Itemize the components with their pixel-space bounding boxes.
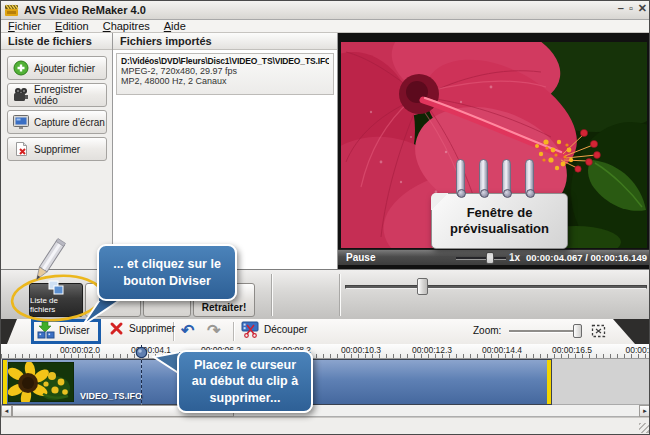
menu-aide[interactable]: Aide [164, 20, 186, 32]
preview-note: Fenêtre de prévisualisation [431, 193, 568, 249]
screen-capture-button[interactable]: Capture d'écran [7, 110, 107, 134]
toolbar-separator [233, 322, 235, 341]
preview-panel: Fenêtre de prévisualisation Pause 1x 00:… [338, 33, 650, 269]
window-title: AVS Video ReMaker 4.0 [24, 4, 146, 16]
title-bar[interactable]: AVS Video ReMaker 4.0 – ▫ ✕ [1, 1, 650, 20]
file-video-info: MPEG-2, 720x480, 29.97 fps [121, 66, 329, 76]
status-strip [1, 417, 650, 435]
imported-files-title: Fichiers importés [113, 33, 337, 50]
callout-place-cursor: Placez le curseur au début du clip à sup… [177, 350, 313, 413]
file-list-tab-label: Liste de fichiers [30, 296, 82, 314]
screen-capture-label: Capture d'écran [34, 117, 105, 128]
divide-label: Diviser [59, 325, 90, 336]
scroll-right-button[interactable]: ► [639, 405, 650, 417]
trim-icon [241, 321, 259, 338]
add-file-label: Ajouter fichier [34, 63, 95, 74]
menu-bar: Fichier Edition Chapitres Aide [1, 20, 650, 33]
timeline-track[interactable]: VIDEO_TS.IFO [1, 359, 650, 405]
record-video-label: Enregistrer vidéo [34, 84, 106, 106]
file-list-panel-title: Liste de fichiers [1, 33, 112, 50]
clip-end-marker[interactable] [547, 360, 551, 404]
app-logo-icon [5, 4, 19, 17]
timeline-ruler[interactable]: 00:00:02.0 00:00:04.1 00:00:06.2 00:00:0… [1, 344, 650, 359]
add-file-button[interactable]: Ajouter fichier [7, 56, 107, 80]
divider [339, 274, 341, 316]
timeline-scrollbar[interactable]: ◄ ► [1, 405, 650, 417]
zoom-fit-icon[interactable] [591, 324, 606, 338]
zoom-slider-handle[interactable] [573, 324, 582, 338]
note-fold-corner [431, 193, 448, 210]
menu-fichier[interactable]: Fichier [8, 20, 41, 32]
zoom-slider[interactable] [509, 330, 581, 333]
reprocess-label: Retraiter! [202, 302, 246, 313]
redo-button[interactable]: ↷ [207, 321, 220, 340]
playback-status: Pause [346, 252, 375, 263]
speed-value: 1x [509, 252, 520, 263]
callout-click-divide: ... et cliquez sur le bouton Diviser [97, 244, 237, 301]
ruler-ticks [1, 354, 650, 358]
seek-bar[interactable] [345, 285, 647, 289]
callout-click-divide-tail [79, 298, 125, 326]
timeline-cursor-pin[interactable] [135, 346, 148, 359]
imported-files-panel: Fichiers importés D:\Vidéos\DVD\Fleurs\D… [113, 33, 338, 269]
add-file-icon [13, 60, 29, 76]
clip-start-marker[interactable] [3, 360, 7, 404]
file-list-tab-icon [48, 280, 64, 295]
timecode: 00:00:04.067 / 00:00:16.149 [526, 252, 647, 263]
callout-click-divide-text: ... et cliquez sur le bouton Diviser [105, 256, 229, 289]
file-audio-info: MP2, 48000 Hz, 2 Canaux [121, 76, 329, 86]
preview-note-text: Fenêtre de prévisualisation [432, 205, 567, 238]
clip-label: VIDEO_TS.IFO [80, 391, 142, 401]
maximize-button[interactable]: ▫ [629, 2, 633, 15]
file-list-panel: Liste de fichiers Ajouter fichier Enregi… [1, 33, 113, 269]
file-path: D:\Vidéos\DVD\Fleurs\Disc1\VIDEO_TS\VIDE… [121, 56, 329, 66]
playback-status-bar: Pause 1x 00:00:04.067 / 00:00:16.149 [338, 249, 650, 265]
speed-slider[interactable] [456, 257, 506, 260]
record-video-icon [13, 87, 29, 103]
delete-file-button[interactable]: Supprimer [7, 137, 107, 161]
delete-file-label: Supprimer [34, 144, 80, 155]
delete-clip-label: Supprimer [129, 323, 175, 334]
screen-capture-icon [13, 114, 29, 130]
minimize-button[interactable]: – [618, 2, 624, 15]
trim-button[interactable]: Découper [241, 321, 307, 338]
divide-icon [37, 321, 55, 339]
close-button[interactable]: ✕ [638, 2, 647, 15]
zoom-label: Zoom: [473, 325, 501, 336]
scroll-left-button[interactable]: ◄ [1, 405, 12, 417]
resize-grip[interactable] [639, 423, 649, 433]
record-video-button[interactable]: Enregistrer vidéo [7, 83, 107, 107]
speed-slider-handle[interactable] [486, 252, 494, 264]
menu-chapitres[interactable]: Chapitres [103, 20, 150, 32]
trim-label: Découper [264, 324, 307, 335]
seek-handle[interactable] [417, 278, 428, 295]
file-list-tab[interactable]: Liste de fichiers [29, 283, 83, 317]
delete-file-icon [13, 141, 29, 157]
divider [271, 274, 273, 316]
app-window: AVS Video ReMaker 4.0 – ▫ ✕ Fichier Edit… [0, 0, 650, 435]
undo-button[interactable]: ↶ [181, 321, 194, 340]
file-entry-row[interactable]: D:\Vidéos\DVD\Fleurs\Disc1\VIDEO_TS\VIDE… [116, 53, 334, 95]
menu-edition[interactable]: Edition [55, 20, 89, 32]
clip-thumbnail [8, 362, 74, 402]
callout-place-cursor-text: Placez le curseur au début du clip à sup… [185, 357, 305, 406]
